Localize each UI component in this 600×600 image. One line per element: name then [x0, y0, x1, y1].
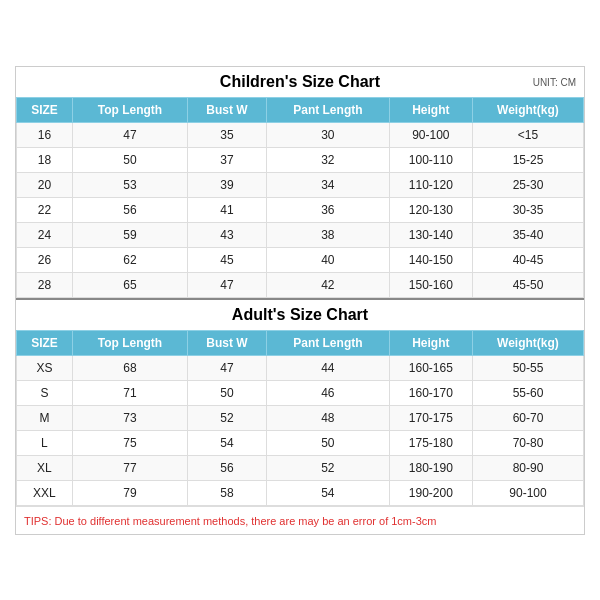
adult-header-row: SIZE Top Length Bust W Pant Length Heigh…: [17, 330, 584, 355]
table-cell: 47: [188, 355, 267, 380]
table-row: 18503732100-11015-25: [17, 147, 584, 172]
adult-table: SIZE Top Length Bust W Pant Length Heigh…: [16, 330, 584, 506]
table-row: 22564136120-13030-35: [17, 197, 584, 222]
table-cell: 52: [188, 405, 267, 430]
table-cell: 20: [17, 172, 73, 197]
table-cell: 46: [266, 380, 389, 405]
table-cell: 15-25: [472, 147, 583, 172]
table-cell: 55-60: [472, 380, 583, 405]
table-cell: 68: [72, 355, 187, 380]
table-cell: 30-35: [472, 197, 583, 222]
table-cell: 110-120: [389, 172, 472, 197]
table-cell: 47: [188, 272, 267, 297]
children-title: Children's Size Chart: [220, 73, 380, 90]
children-col-weight: Weight(kg): [472, 97, 583, 122]
table-cell: 80-90: [472, 455, 583, 480]
table-cell: 150-160: [389, 272, 472, 297]
table-cell: <15: [472, 122, 583, 147]
table-cell: 60-70: [472, 405, 583, 430]
children-col-pant-length: Pant Length: [266, 97, 389, 122]
table-cell: 58: [188, 480, 267, 505]
adult-section-title-row: Adult's Size Chart: [16, 298, 584, 330]
table-cell: 90-100: [472, 480, 583, 505]
size-chart-container: Children's Size Chart UNIT: CM SIZE Top …: [15, 66, 585, 535]
table-cell: 77: [72, 455, 187, 480]
table-cell: 30: [266, 122, 389, 147]
table-cell: 36: [266, 197, 389, 222]
unit-label: UNIT: CM: [533, 76, 576, 87]
table-cell: 24: [17, 222, 73, 247]
table-cell: 18: [17, 147, 73, 172]
table-cell: 130-140: [389, 222, 472, 247]
adult-col-height: Height: [389, 330, 472, 355]
children-col-top-length: Top Length: [72, 97, 187, 122]
adult-col-bust-w: Bust W: [188, 330, 267, 355]
table-cell: 37: [188, 147, 267, 172]
table-cell: 62: [72, 247, 187, 272]
children-col-bust-w: Bust W: [188, 97, 267, 122]
table-cell: 45-50: [472, 272, 583, 297]
table-cell: 41: [188, 197, 267, 222]
table-cell: 26: [17, 247, 73, 272]
table-row: S715046160-17055-60: [17, 380, 584, 405]
table-row: L755450175-18070-80: [17, 430, 584, 455]
table-cell: 160-170: [389, 380, 472, 405]
table-cell: 16: [17, 122, 73, 147]
table-cell: 65: [72, 272, 187, 297]
table-cell: 48: [266, 405, 389, 430]
table-cell: 100-110: [389, 147, 472, 172]
table-cell: 34: [266, 172, 389, 197]
table-cell: 52: [266, 455, 389, 480]
table-cell: M: [17, 405, 73, 430]
table-cell: 42: [266, 272, 389, 297]
table-cell: 35-40: [472, 222, 583, 247]
table-cell: 50: [266, 430, 389, 455]
table-cell: 50: [72, 147, 187, 172]
children-col-height: Height: [389, 97, 472, 122]
table-cell: 40-45: [472, 247, 583, 272]
table-cell: 90-100: [389, 122, 472, 147]
table-cell: 170-175: [389, 405, 472, 430]
adult-title: Adult's Size Chart: [232, 306, 368, 323]
table-cell: 79: [72, 480, 187, 505]
table-cell: 45: [188, 247, 267, 272]
table-row: XXL795854190-20090-100: [17, 480, 584, 505]
table-cell: 28: [17, 272, 73, 297]
table-cell: 50: [188, 380, 267, 405]
table-cell: 56: [72, 197, 187, 222]
adult-col-top-length: Top Length: [72, 330, 187, 355]
table-row: 20533934110-12025-30: [17, 172, 584, 197]
table-cell: 71: [72, 380, 187, 405]
table-row: 1647353090-100<15: [17, 122, 584, 147]
table-cell: 56: [188, 455, 267, 480]
table-cell: 47: [72, 122, 187, 147]
table-cell: 32: [266, 147, 389, 172]
table-cell: 25-30: [472, 172, 583, 197]
children-col-size: SIZE: [17, 97, 73, 122]
table-cell: 50-55: [472, 355, 583, 380]
table-cell: 70-80: [472, 430, 583, 455]
children-header-row: SIZE Top Length Bust W Pant Length Heigh…: [17, 97, 584, 122]
children-table: SIZE Top Length Bust W Pant Length Heigh…: [16, 97, 584, 298]
table-row: XL775652180-19080-90: [17, 455, 584, 480]
table-cell: 54: [266, 480, 389, 505]
table-cell: 54: [188, 430, 267, 455]
table-cell: 75: [72, 430, 187, 455]
table-cell: 39: [188, 172, 267, 197]
table-cell: 43: [188, 222, 267, 247]
tips-text: TIPS: Due to different measurement metho…: [24, 515, 436, 527]
table-row: M735248170-17560-70: [17, 405, 584, 430]
table-cell: 190-200: [389, 480, 472, 505]
table-cell: 160-165: [389, 355, 472, 380]
table-row: 28654742150-16045-50: [17, 272, 584, 297]
table-row: XS684744160-16550-55: [17, 355, 584, 380]
table-cell: S: [17, 380, 73, 405]
table-cell: 175-180: [389, 430, 472, 455]
table-cell: 44: [266, 355, 389, 380]
table-cell: 35: [188, 122, 267, 147]
table-cell: 120-130: [389, 197, 472, 222]
adult-col-pant-length: Pant Length: [266, 330, 389, 355]
tips-row: TIPS: Due to different measurement metho…: [16, 506, 584, 534]
table-cell: 59: [72, 222, 187, 247]
adult-col-size: SIZE: [17, 330, 73, 355]
